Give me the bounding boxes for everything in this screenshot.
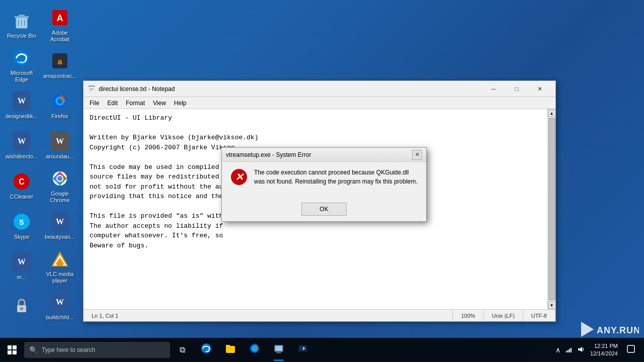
svg-rect-47: [568, 350, 569, 352]
lock-icon: [12, 296, 32, 316]
dialog-ok-btn[interactable]: OK: [301, 203, 347, 216]
notepad-minimize-btn[interactable]: ─: [482, 81, 505, 97]
svg-text:a: a: [58, 57, 62, 66]
notepad-window-controls: ─ □ ✕: [482, 81, 551, 97]
svg-rect-35: [226, 346, 235, 353]
edge-label: Microsoft Edge: [5, 70, 39, 83]
taskbar-task-view-btn[interactable]: ⧉: [170, 338, 194, 362]
notepad-close-btn[interactable]: ✕: [528, 81, 551, 97]
svg-rect-49: [571, 348, 572, 352]
menu-format[interactable]: Format: [122, 99, 149, 108]
desktop-icon-word2[interactable]: W wishdirecto...: [3, 126, 41, 166]
around-label: aroundau...: [46, 153, 74, 160]
svg-text:C: C: [19, 177, 25, 186]
svg-marker-32: [581, 322, 594, 337]
taskbar-app-edge[interactable]: [194, 338, 218, 362]
taskbar-search-placeholder: Type here to search: [42, 346, 95, 353]
taskbar-search-icon: 🔍: [29, 346, 38, 354]
menu-file[interactable]: File: [86, 99, 103, 108]
word1-label: designedlik...: [6, 113, 38, 120]
word3-label: er...: [17, 274, 26, 281]
desktop-icon-skype[interactable]: S Skype: [3, 206, 41, 246]
notification-icon[interactable]: [622, 338, 640, 362]
skype-label: Skype: [14, 234, 30, 240]
desktop-icon-edge[interactable]: Microsoft Edge: [3, 45, 41, 85]
svg-text:S: S: [19, 218, 24, 226]
error-icon: ✕: [230, 168, 248, 186]
status-position: Ln 1, Col 1: [84, 310, 453, 321]
taskbar-app-explorer[interactable]: [218, 338, 243, 362]
build-label: buildchild...: [46, 314, 73, 321]
clock-date: 12/14/2024: [590, 350, 618, 357]
tray-volume-icon[interactable]: [576, 346, 586, 354]
dialog-titlebar: vtreamsetup.exe - System Error ✕: [222, 148, 426, 162]
desktop-icon-amazon[interactable]: a amazontrac...: [41, 45, 79, 85]
scroll-down-arrow[interactable]: ▼: [548, 301, 556, 309]
desktop-icon-lock[interactable]: [3, 287, 41, 327]
menu-view[interactable]: View: [149, 99, 170, 108]
svg-text:A: A: [57, 13, 63, 23]
dialog-title: vtreamsetup.exe - System Error: [226, 151, 412, 158]
svg-rect-41: [277, 352, 281, 353]
desktop-icon-beauty[interactable]: W beautyvari...: [41, 206, 79, 246]
svg-rect-42: [276, 353, 282, 353]
tray-chevron-icon[interactable]: ∧: [554, 346, 562, 354]
notepad-menubar: File Edit Format View Help: [84, 97, 555, 109]
desktop-icon-ccleaner[interactable]: C CCleaner: [3, 166, 41, 206]
recycle-bin-label: Recycle Bin: [7, 33, 36, 39]
svg-rect-48: [569, 349, 570, 352]
tray-network-icon[interactable]: [564, 346, 574, 354]
edge-icon: [12, 48, 32, 68]
vlc-icon: [50, 249, 70, 269]
desktop-icon-chrome[interactable]: Google Chrome: [41, 166, 79, 206]
taskbar: 🔍 Type here to search ⧉: [0, 338, 644, 362]
status-zoom: 100%: [453, 310, 484, 321]
scroll-up-arrow[interactable]: ▲: [548, 109, 556, 117]
firefox-label: Firefox: [51, 113, 68, 120]
tray-clock[interactable]: 12:21 PM 12/14/2024: [588, 342, 620, 358]
desktop-icons: Recycle Bin Microsoft Edge W designedlik…: [0, 0, 78, 332]
taskbar-app-6[interactable]: [291, 338, 315, 362]
notepad-scrollbar: ▲ ▼: [547, 109, 555, 309]
beauty-label: beautyvari...: [45, 234, 75, 240]
dialog-footer: OK: [222, 201, 426, 221]
desktop-icon-vlc[interactable]: VLC media player: [41, 246, 79, 287]
vlc-label: VLC media player: [43, 271, 77, 284]
scroll-thumb[interactable]: [548, 118, 555, 300]
desktop-icon-around[interactable]: W aroundau...: [41, 126, 79, 166]
desktop-icon-recycle-bin[interactable]: Recycle Bin: [3, 5, 41, 45]
system-tray: ∧ 12:21 PM 12/14/2024: [550, 338, 644, 362]
svg-point-12: [20, 307, 23, 310]
desktop-icon-firefox[interactable]: Firefox: [41, 85, 79, 126]
windows-logo-icon: [8, 345, 17, 354]
desktop-icon-word1[interactable]: W designedlik...: [3, 85, 41, 126]
word2-icon: W: [12, 131, 32, 151]
taskbar-start-btn[interactable]: [0, 338, 24, 362]
taskbar-app-firefox[interactable]: [243, 338, 267, 362]
dialog-close-btn[interactable]: ✕: [412, 150, 422, 160]
taskbar-app-5[interactable]: [267, 338, 291, 362]
svg-rect-46: [566, 351, 567, 352]
task-view-icon: ⧉: [180, 345, 185, 354]
around-icon: W: [50, 131, 70, 151]
build-icon: W: [50, 292, 70, 312]
acrobat-label: Adobe Acrobat: [43, 30, 77, 43]
svg-rect-26: [57, 263, 63, 266]
notepad-maximize-btn[interactable]: □: [505, 81, 528, 97]
error-dialog: vtreamsetup.exe - System Error ✕ ✕ The c…: [221, 147, 427, 222]
desktop-icon-build[interactable]: W buildchild...: [41, 287, 79, 327]
word3-icon: W: [12, 252, 32, 272]
taskbar-search[interactable]: 🔍 Type here to search: [24, 342, 170, 358]
desktop-icon-word3[interactable]: W er...: [3, 246, 41, 287]
dialog-body: ✕ The code execution cannot proceed beca…: [222, 162, 426, 201]
notepad-titlebar: directui license.txt - Notepad ─ □ ✕: [84, 81, 555, 97]
svg-text:ANY.RUN: ANY.RUN: [597, 325, 639, 335]
desktop-icon-acrobat[interactable]: A Adobe Acrobat: [41, 5, 79, 45]
notepad-title: directui license.txt - Notepad: [99, 85, 482, 93]
menu-edit[interactable]: Edit: [103, 99, 122, 108]
taskbar-edge-icon: [201, 343, 212, 357]
taskbar-explorer-icon: [225, 343, 236, 357]
ccleaner-icon: C: [12, 171, 32, 192]
beauty-icon: W: [50, 212, 70, 232]
menu-help[interactable]: Help: [170, 99, 191, 108]
